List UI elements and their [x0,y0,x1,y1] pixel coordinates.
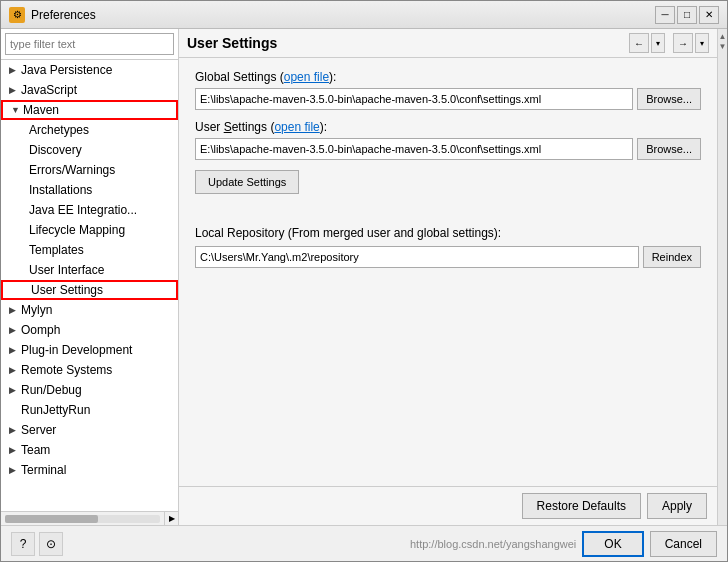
user-settings-input[interactable] [195,138,633,160]
scroll-right-btn[interactable]: ▶ [164,512,178,526]
user-settings-row: Browse... [195,138,701,160]
cancel-button[interactable]: Cancel [650,531,717,557]
expand-arrow: ▶ [9,65,21,75]
footer-url: http://blog.csdn.net/yangshangwei [410,538,576,550]
ok-button[interactable]: OK [582,531,643,557]
sidebar-item-label: Maven [23,103,176,117]
sidebar-item-maven[interactable]: ▼ Maven [1,100,178,120]
navigation-arrows: ← ▾ → ▾ [629,33,709,53]
sidebar-item-label: Archetypes [29,123,89,137]
sidebar-item-label: Templates [29,243,84,257]
main-panel: User Settings ← ▾ → ▾ Global Settings (o… [179,29,717,525]
footer-bar: ? ⊙ http://blog.csdn.net/yangshangwei OK… [1,525,727,561]
window-title: Preferences [31,8,96,22]
expand-arrow: ▶ [9,445,21,455]
expand-arrow: ▶ [9,85,21,95]
user-browse-button[interactable]: Browse... [637,138,701,160]
sidebar-item-label: Terminal [21,463,178,477]
main-header: User Settings ← ▾ → ▾ [179,29,717,58]
expand-arrow: ▶ [9,465,21,475]
expand-arrow: ▼ [11,105,23,115]
filter-box [1,29,178,60]
sidebar-item-run-debug[interactable]: ▶ Run/Debug [1,380,178,400]
expand-arrow: ▶ [9,305,21,315]
sidebar-item-label: Java EE Integratio... [29,203,137,217]
sidebar-item-installations[interactable]: Installations [1,180,178,200]
local-repo-input[interactable] [195,246,639,268]
sidebar-item-label: Remote Systems [21,363,178,377]
sidebar-item-lifecycle-mapping[interactable]: Lifecycle Mapping [1,220,178,240]
sidebar-item-label: Discovery [29,143,82,157]
sidebar: ▶ Java Persistence ▶ JavaScript ▼ Maven … [1,29,179,525]
sidebar-item-terminal[interactable]: ▶ Terminal [1,460,178,480]
sidebar-item-label: Java Persistence [21,63,178,77]
panel-title: User Settings [187,35,277,51]
sidebar-item-team[interactable]: ▶ Team [1,440,178,460]
sidebar-item-user-settings[interactable]: User Settings [1,280,178,300]
sidebar-item-java-ee[interactable]: Java EE Integratio... [1,200,178,220]
sidebar-item-mylyn[interactable]: ▶ Mylyn [1,300,178,320]
sidebar-item-label: Oomph [21,323,178,337]
sidebar-item-label: Team [21,443,178,457]
sidebar-item-errors-warnings[interactable]: Errors/Warnings [1,160,178,180]
sidebar-item-label: RunJettyRun [21,403,178,417]
sidebar-item-label: Plug-in Development [21,343,178,357]
tree-area: ▶ Java Persistence ▶ JavaScript ▼ Maven … [1,60,178,511]
expand-arrow: ▶ [9,325,21,335]
settings-icon: ⊙ [46,537,56,551]
sidebar-item-label: User Settings [31,283,103,297]
help-button[interactable]: ? [11,532,35,556]
back-button[interactable]: ← [629,33,649,53]
title-bar: ⚙ Preferences ─ □ ✕ [1,1,727,29]
footer-right: http://blog.csdn.net/yangshangwei OK Can… [410,531,717,557]
sidebar-item-templates[interactable]: Templates [1,240,178,260]
settings-icon-button[interactable]: ⊙ [39,532,63,556]
update-settings-button[interactable]: Update Settings [195,170,299,194]
sidebar-item-run-jetty[interactable]: RunJettyRun [1,400,178,420]
global-settings-input[interactable] [195,88,633,110]
forward-dropdown[interactable]: ▾ [695,33,709,53]
sidebar-item-oomph[interactable]: ▶ Oomph [1,320,178,340]
user-open-file-link[interactable]: open file [274,120,319,134]
global-open-file-link[interactable]: open file [284,70,329,84]
scroll-down-arrow[interactable]: ▼ [719,41,727,51]
sidebar-item-remote-systems[interactable]: ▶ Remote Systems [1,360,178,380]
sidebar-item-discovery[interactable]: Discovery [1,140,178,160]
sidebar-item-archetypes[interactable]: Archetypes [1,120,178,140]
sidebar-item-user-interface[interactable]: User Interface [1,260,178,280]
minimize-button[interactable]: ─ [655,6,675,24]
global-browse-button[interactable]: Browse... [637,88,701,110]
reindex-button[interactable]: Reindex [643,246,701,268]
sidebar-item-label: Run/Debug [21,383,178,397]
sidebar-item-label: Lifecycle Mapping [29,223,125,237]
back-dropdown[interactable]: ▾ [651,33,665,53]
close-button[interactable]: ✕ [699,6,719,24]
apply-button[interactable]: Apply [647,493,707,519]
sidebar-item-java-persistence[interactable]: ▶ Java Persistence [1,60,178,80]
footer-left: ? ⊙ [11,532,63,556]
scroll-up-arrow[interactable]: ▲ [719,31,727,41]
title-controls: ─ □ ✕ [655,6,719,24]
sidebar-item-javascript[interactable]: ▶ JavaScript [1,80,178,100]
sidebar-item-label: Installations [29,183,92,197]
user-settings-label: User Settings (open file): [195,120,701,134]
sidebar-item-label: JavaScript [21,83,178,97]
sidebar-item-plugin-development[interactable]: ▶ Plug-in Development [1,340,178,360]
preferences-window: ⚙ Preferences ─ □ ✕ ▶ Java Persistence [0,0,728,562]
global-settings-label: Global Settings (open file): [195,70,701,84]
expand-arrow: ▶ [9,365,21,375]
content-area: ▶ Java Persistence ▶ JavaScript ▼ Maven … [1,29,727,525]
forward-button[interactable]: → [673,33,693,53]
right-arrow-area: ▲ ▼ [719,31,727,51]
preferences-icon: ⚙ [9,7,25,23]
main-content: Global Settings (open file): Browse... U… [179,58,717,486]
restore-button[interactable]: □ [677,6,697,24]
local-repo-row: Reindex [195,246,701,268]
sidebar-item-server[interactable]: ▶ Server [1,420,178,440]
filter-input[interactable] [5,33,174,55]
right-scrollbar: ▲ ▼ [717,29,727,525]
help-icon: ? [20,537,27,551]
restore-defaults-button[interactable]: Restore Defaults [522,493,641,519]
expand-arrow: ▶ [9,345,21,355]
sidebar-horizontal-scrollbar: ▶ [1,511,178,525]
